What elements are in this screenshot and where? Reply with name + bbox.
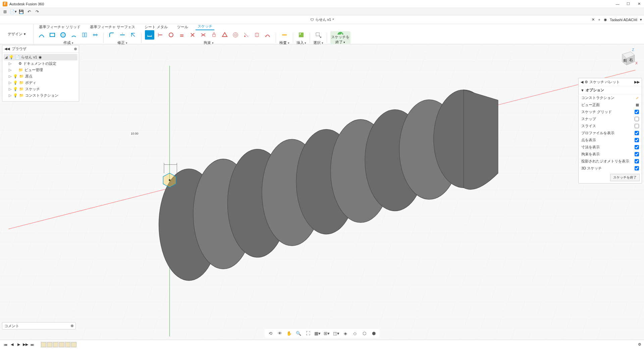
parallel-constraint[interactable] [177, 30, 186, 40]
palette-option[interactable]: コンストラクション⟋ [579, 94, 642, 101]
tab-tools[interactable]: ツール [175, 24, 190, 30]
palette-header[interactable]: ◀⚙ スケッチ パレット ▶▶ [579, 78, 642, 86]
palette-option[interactable]: 点を表示 [579, 137, 642, 144]
timeline-next[interactable]: ▶▶ [23, 342, 28, 347]
circle-tool[interactable] [58, 30, 68, 40]
tree-item[interactable]: ▷⚙ドキュメントの設定 [4, 60, 77, 67]
insert-tool[interactable] [297, 30, 306, 40]
settings-icon[interactable]: ⚙ [638, 342, 641, 347]
timeline-end[interactable]: ⏭ [30, 342, 35, 347]
tree-item[interactable]: ▷💡📁原点 [4, 73, 77, 80]
close-tab-button[interactable]: ✕ [592, 17, 595, 22]
tree-item[interactable]: ▷💡📁コンストラクション [4, 92, 77, 99]
timeline-start[interactable]: ⏮ [3, 342, 8, 347]
document-tab[interactable]: 🛡 らせん v1* [308, 17, 337, 22]
user-name[interactable]: Tadashi ADACHI [610, 18, 637, 22]
pan-icon[interactable]: ✋ [286, 330, 292, 336]
tangent-constraint[interactable] [199, 30, 208, 40]
close-button[interactable]: ✕ [637, 2, 641, 6]
redo-button[interactable]: ↷ [34, 9, 40, 15]
canvas-3d-view[interactable] [0, 44, 644, 345]
line-tool[interactable] [37, 30, 46, 40]
new-tab-button[interactable]: ＋ [597, 17, 601, 22]
tree-item[interactable]: ▷💡📁ボディ [4, 80, 77, 86]
cube4-icon[interactable]: ⬢ [371, 330, 377, 336]
browser-header[interactable]: ◀◀ ブラウザ [2, 45, 79, 53]
polygon-tool[interactable] [80, 30, 89, 40]
tree-item[interactable]: ▷💡📁スケッチ [4, 86, 77, 92]
palette-option[interactable]: スケッチ グリッド [579, 108, 642, 115]
coincident-constraint[interactable] [166, 30, 176, 40]
viewport-icon[interactable]: ◫▾ [333, 330, 339, 336]
display-icon[interactable]: ▦▾ [314, 330, 320, 336]
tree-item[interactable]: ▷📁ビュー管理 [4, 67, 77, 73]
palette-finish-button[interactable]: スケッチを終了 [610, 174, 640, 181]
finish-sketch-button[interactable]: スケッチを終了 ▾ [330, 31, 351, 45]
palette-option[interactable]: 拘束を表示 [579, 151, 642, 158]
arc-tool[interactable] [69, 30, 78, 40]
midpoint-constraint[interactable] [252, 30, 262, 40]
zoom-icon[interactable]: 🔍 [296, 330, 302, 336]
palette-option[interactable]: スナップ [579, 115, 642, 122]
fillet-tool[interactable] [107, 30, 116, 40]
tab-solid[interactable]: 基準フィーチャ ソリッド [37, 24, 83, 30]
rectangle-tool[interactable] [48, 30, 57, 40]
file-menu[interactable]: 📄▾ [10, 9, 16, 15]
timeline-item[interactable] [71, 342, 76, 347]
grid-icon[interactable]: ⊞▾ [324, 330, 330, 336]
palette-option[interactable]: プロファイルを表示 [579, 130, 642, 137]
tab-surface[interactable]: 基準フィーチャ サーフェス [88, 24, 137, 30]
view-cube[interactable]: Z 前 右 X [617, 48, 637, 68]
tab-sketch[interactable]: スケッチ [196, 23, 214, 30]
radio-icon[interactable]: ◉ [39, 55, 42, 59]
fit-icon[interactable]: ⛶ [305, 330, 311, 336]
orbit-icon[interactable]: ⟲ [267, 330, 273, 336]
dimension-tool[interactable] [145, 30, 154, 40]
palette-option[interactable]: 寸法を表示 [579, 144, 642, 151]
timeline-item[interactable] [47, 342, 52, 347]
maximize-button[interactable]: ☐ [626, 2, 631, 6]
horizontal-constraint[interactable] [156, 30, 165, 40]
timeline-item[interactable] [41, 342, 46, 347]
timeline-item[interactable] [65, 342, 70, 347]
timeline-item[interactable] [53, 342, 58, 347]
user-menu-chevron[interactable]: ▾ [640, 17, 642, 22]
tree-root[interactable]: ◢💡📄 らせん v1 ◉ [4, 54, 77, 60]
apps-icon[interactable]: ⊞ [2, 9, 8, 15]
timeline-item[interactable] [59, 342, 64, 347]
palette-option[interactable]: 3D スケッチ [579, 165, 642, 172]
extensions-icon[interactable]: ◉ [604, 17, 607, 22]
gear-icon[interactable]: ⚙ [585, 80, 588, 84]
extend-tool[interactable] [128, 30, 138, 40]
trim-tool[interactable] [118, 30, 127, 40]
dimension-label[interactable]: 10.00 [130, 132, 139, 135]
undo-button[interactable]: ↶ [26, 9, 32, 15]
workspace-switcher[interactable]: デザイン▾ [0, 24, 34, 44]
minimize-button[interactable]: — [615, 2, 620, 6]
select-tool[interactable] [314, 30, 323, 40]
slot-tool[interactable] [91, 30, 100, 40]
palette-section-header[interactable]: ▼オプション [579, 86, 642, 94]
palette-option[interactable]: スライス [579, 122, 642, 130]
tab-sheetmetal[interactable]: シート メタル [143, 24, 170, 30]
comment-bar[interactable]: コメント [2, 322, 76, 330]
collapse-icon[interactable]: ◀◀ [4, 47, 10, 51]
curvature-constraint[interactable] [263, 30, 272, 40]
perpendicular-constraint[interactable] [188, 30, 197, 40]
concentric-constraint[interactable] [231, 30, 240, 40]
symmetry-constraint[interactable] [241, 30, 251, 40]
look-icon[interactable]: 👁 [277, 330, 283, 336]
comment-options-icon[interactable] [71, 325, 73, 327]
cube2-icon[interactable]: ◇ [352, 330, 358, 336]
timeline-prev[interactable]: ◀ [9, 342, 15, 347]
fix-constraint[interactable] [209, 30, 219, 40]
cube3-icon[interactable]: ⬡ [361, 330, 367, 336]
browser-options-icon[interactable] [74, 48, 77, 50]
equal-constraint[interactable] [220, 30, 229, 40]
palette-option[interactable]: 投影されたジオメトリを表示 [579, 158, 642, 165]
expand-icon[interactable]: ▶▶ [634, 80, 640, 84]
save-button[interactable]: 💾 [18, 9, 24, 15]
inspect-tool[interactable] [280, 30, 289, 40]
cube1-icon[interactable]: ◈ [342, 330, 348, 336]
palette-option[interactable]: ビュー正面▦ [579, 101, 642, 108]
